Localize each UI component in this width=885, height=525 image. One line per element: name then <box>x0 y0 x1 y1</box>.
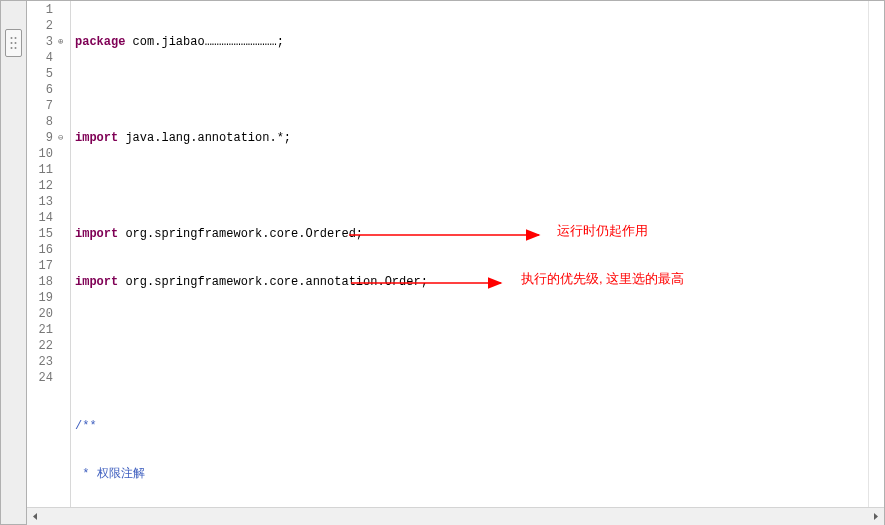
svg-point-3 <box>15 42 17 44</box>
folding-ruler[interactable]: ⊕ ⊖ <box>57 1 71 507</box>
lineno: 24 <box>27 370 53 386</box>
lineno: 11 <box>27 162 53 178</box>
svg-point-4 <box>11 47 13 49</box>
horizontal-scrollbar[interactable] <box>27 507 884 524</box>
lineno: 9 <box>27 130 53 146</box>
lineno: 17 <box>27 258 53 274</box>
code-line: * 权限注解 <box>75 466 868 482</box>
lineno: 20 <box>27 306 53 322</box>
lineno: 19 <box>27 290 53 306</box>
line-number-ruler: 1 2 3 4 5 6 7 8 9 10 11 12 13 14 15 16 1… <box>27 1 57 507</box>
lineno: 21 <box>27 322 53 338</box>
code-line: import org.springframework.core.Ordered; <box>75 226 868 242</box>
code-line <box>75 322 868 338</box>
code-text[interactable]: package com.jiabao…………………………; import jav… <box>71 1 868 507</box>
lineno: 16 <box>27 242 53 258</box>
lineno: 14 <box>27 210 53 226</box>
editor-wrap: 1 2 3 4 5 6 7 8 9 10 11 12 13 14 15 16 1… <box>27 1 884 524</box>
chevron-right-icon <box>872 513 879 520</box>
lineno: 7 <box>27 98 53 114</box>
lineno: 3 <box>27 34 53 50</box>
code-area[interactable]: 1 2 3 4 5 6 7 8 9 10 11 12 13 14 15 16 1… <box>27 1 884 507</box>
grip-icon <box>9 36 18 50</box>
svg-point-5 <box>15 47 17 49</box>
lineno: 23 <box>27 354 53 370</box>
svg-point-0 <box>11 37 13 39</box>
scroll-right-button[interactable] <box>867 508 884 525</box>
panel-handle-button[interactable] <box>5 29 22 57</box>
code-line: /** <box>75 418 868 434</box>
lineno: 6 <box>27 82 53 98</box>
overview-ruler[interactable] <box>868 1 884 507</box>
left-panel-gutter <box>1 1 27 524</box>
fold-collapse-icon[interactable]: ⊖ <box>57 130 70 146</box>
lineno: 8 <box>27 114 53 130</box>
code-line <box>75 82 868 98</box>
code-line <box>75 178 868 194</box>
code-line: import org.springframework.core.annotati… <box>75 274 868 290</box>
svg-point-2 <box>11 42 13 44</box>
fold-expand-icon[interactable]: ⊕ <box>57 34 70 50</box>
lineno: 4 <box>27 50 53 66</box>
lineno: 10 <box>27 146 53 162</box>
code-line: import java.lang.annotation.*; <box>75 130 868 146</box>
lineno: 15 <box>27 226 53 242</box>
code-line: package com.jiabao…………………………; <box>75 34 868 50</box>
lineno: 13 <box>27 194 53 210</box>
scroll-track[interactable] <box>44 508 867 525</box>
scroll-left-button[interactable] <box>27 508 44 525</box>
lineno: 18 <box>27 274 53 290</box>
lineno: 12 <box>27 178 53 194</box>
lineno: 2 <box>27 18 53 34</box>
editor-outer: 1 2 3 4 5 6 7 8 9 10 11 12 13 14 15 16 1… <box>0 0 885 525</box>
lineno: 5 <box>27 66 53 82</box>
chevron-left-icon <box>32 513 39 520</box>
lineno: 22 <box>27 338 53 354</box>
svg-point-1 <box>15 37 17 39</box>
code-line <box>75 370 868 386</box>
lineno: 1 <box>27 2 53 18</box>
